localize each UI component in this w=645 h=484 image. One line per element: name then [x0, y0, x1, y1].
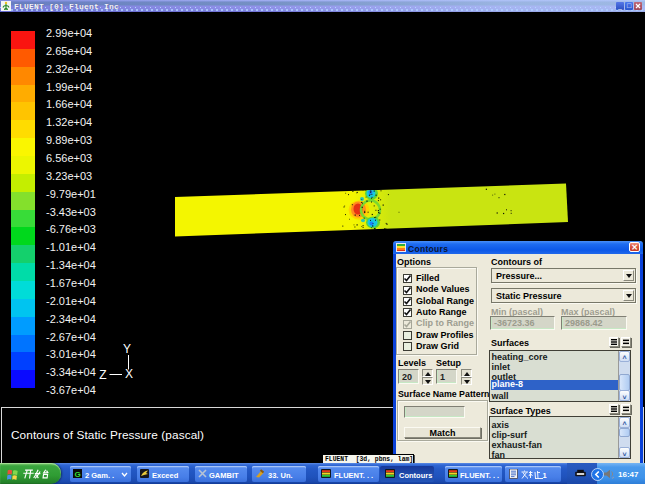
svg-text:Z: Z	[99, 368, 106, 382]
svg-text:1. .: 1. .	[543, 471, 548, 480]
svg-text:X: X	[125, 367, 133, 381]
svg-text:Y: Y	[123, 342, 131, 356]
svg-text:G: G	[74, 469, 80, 478]
